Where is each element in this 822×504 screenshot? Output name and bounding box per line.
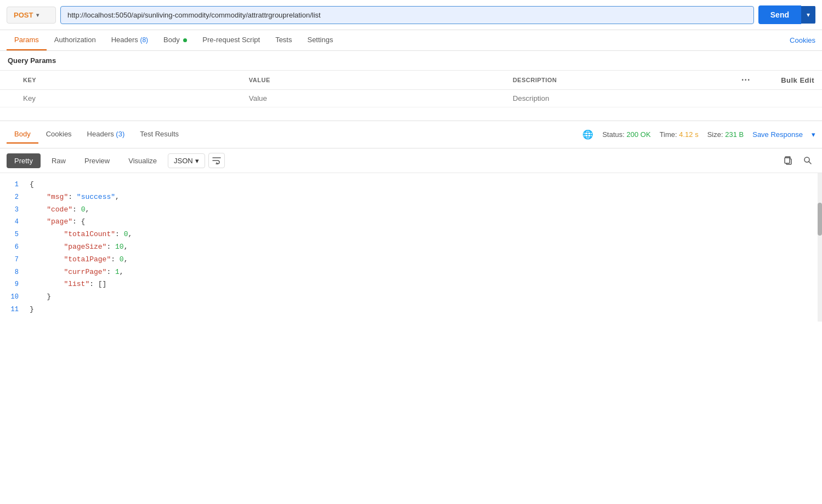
- description-input[interactable]: [513, 94, 726, 102]
- params-col-value: VALUE: [241, 71, 505, 90]
- scrollbar-track[interactable]: [818, 173, 822, 322]
- line-content: "page": {: [27, 216, 822, 228]
- line-content: {: [27, 179, 822, 191]
- response-meta: 🌐 Status: 200 OK Time: 4.12 s Size: 231 …: [582, 129, 815, 140]
- url-input[interactable]: [60, 6, 754, 24]
- params-table: KEY VALUE DESCRIPTION ··· Bulk Edit: [0, 70, 822, 107]
- response-section: Body Cookies Headers (3) Test Results 🌐 …: [0, 121, 822, 322]
- resp-tab-headers[interactable]: Headers (3): [80, 125, 133, 144]
- tab-tests[interactable]: Tests: [268, 30, 299, 50]
- json-line: 2 "msg": "success",: [0, 191, 822, 204]
- line-number: 3: [0, 205, 27, 215]
- params-col-description: DESCRIPTION: [505, 71, 734, 90]
- params-col-bulk: Bulk Edit: [773, 71, 822, 90]
- json-content: 1{2 "msg": "success",3 "code": 0,4 "page…: [0, 173, 822, 322]
- tab-body[interactable]: Body: [156, 30, 195, 50]
- line-number: 1: [0, 180, 27, 190]
- line-number: 6: [0, 242, 27, 253]
- json-line: 11}: [0, 303, 822, 316]
- line-content: "currPage": 1,: [27, 267, 822, 278]
- line-number: 11: [0, 305, 27, 315]
- row-value-cell: [241, 90, 505, 107]
- json-line: 1{: [0, 179, 822, 191]
- search-button[interactable]: [800, 153, 815, 168]
- line-number: 2: [0, 192, 27, 203]
- bulk-edit-button[interactable]: Bulk Edit: [781, 76, 814, 84]
- method-select[interactable]: POST ▾: [7, 7, 56, 24]
- query-params-label: Query Params: [0, 51, 822, 70]
- json-format-select[interactable]: JSON ▾: [168, 153, 205, 168]
- method-chevron-icon: ▾: [36, 12, 39, 18]
- line-number: 8: [0, 267, 27, 278]
- line-number: 7: [0, 255, 27, 265]
- send-button[interactable]: Send: [758, 5, 801, 24]
- line-number: 9: [0, 279, 27, 290]
- svg-rect-1: [785, 158, 790, 163]
- json-line: 7 "totalPage": 0,: [0, 254, 822, 266]
- row-desc-cell: [505, 90, 734, 107]
- bulk-edit-dots[interactable]: ···: [741, 75, 750, 84]
- params-col-check: [0, 71, 15, 90]
- key-input[interactable]: [23, 94, 234, 102]
- line-content: }: [27, 304, 822, 316]
- tab-params[interactable]: Params: [7, 30, 47, 50]
- tab-authorization[interactable]: Authorization: [47, 30, 104, 50]
- resp-tab-test-results[interactable]: Test Results: [132, 125, 186, 144]
- pretty-button[interactable]: Pretty: [7, 153, 41, 168]
- line-content: "totalPage": 0,: [27, 254, 822, 266]
- response-header: Body Cookies Headers (3) Test Results 🌐 …: [0, 121, 822, 148]
- json-line: 10 }: [0, 291, 822, 303]
- json-line: 4 "page": {: [0, 216, 822, 228]
- line-number: 10: [0, 292, 27, 302]
- search-icon: [803, 156, 812, 165]
- table-row: [0, 90, 822, 107]
- raw-button[interactable]: Raw: [44, 153, 73, 168]
- resp-tab-body[interactable]: Body: [7, 125, 38, 144]
- response-actions: [780, 153, 815, 168]
- wrap-icon: [212, 157, 221, 164]
- row-key-cell: [15, 90, 241, 107]
- copy-button[interactable]: [780, 153, 796, 168]
- tab-headers[interactable]: Headers (8): [104, 30, 156, 50]
- cookies-link[interactable]: Cookies: [790, 31, 815, 50]
- line-content: "code": 0,: [27, 204, 822, 216]
- save-response-button[interactable]: Save Response: [752, 130, 803, 139]
- tab-pre-request-script[interactable]: Pre-request Script: [195, 30, 268, 50]
- response-tabs: Body Cookies Headers (3) Test Results: [7, 125, 186, 144]
- globe-icon: 🌐: [582, 129, 593, 140]
- line-content: "list": []: [27, 279, 822, 290]
- json-line: 6 "pageSize": 10,: [0, 241, 822, 254]
- method-label: POST: [14, 11, 33, 19]
- line-content: "msg": "success",: [27, 192, 822, 203]
- json-line: 3 "code": 0,: [0, 204, 822, 216]
- tab-settings[interactable]: Settings: [299, 30, 341, 50]
- row-checkbox: [0, 90, 15, 107]
- send-dropdown-button[interactable]: ▾: [801, 6, 815, 24]
- params-col-key: KEY: [15, 71, 241, 90]
- line-content: "pageSize": 10,: [27, 242, 822, 253]
- request-tabs: Params Authorization Headers (8) Body Pr…: [0, 30, 822, 51]
- preview-button[interactable]: Preview: [77, 153, 117, 168]
- value-input[interactable]: [249, 94, 497, 102]
- wrap-button[interactable]: [208, 153, 225, 168]
- format-bar: Pretty Raw Preview Visualize JSON ▾: [0, 148, 822, 173]
- line-number: 5: [0, 230, 27, 240]
- json-content-wrapper: 1{2 "msg": "success",3 "code": 0,4 "page…: [0, 173, 822, 322]
- row-action-cell: [734, 90, 773, 107]
- line-number: 4: [0, 217, 27, 227]
- visualize-button[interactable]: Visualize: [121, 153, 165, 168]
- scrollbar-thumb[interactable]: [818, 203, 822, 236]
- json-line: 9 "list": []: [0, 278, 822, 291]
- resp-tab-cookies[interactable]: Cookies: [38, 125, 80, 144]
- row-extra-cell: [773, 90, 822, 107]
- line-content: "totalCount": 0,: [27, 229, 822, 240]
- json-line: 5 "totalCount": 0,: [0, 228, 822, 241]
- body-dot-indicator: [183, 38, 187, 42]
- top-bar: POST ▾ Send ▾: [0, 0, 822, 30]
- save-response-chevron-icon[interactable]: ▾: [812, 130, 815, 139]
- send-button-group: Send ▾: [758, 5, 815, 24]
- line-content: }: [27, 291, 822, 303]
- copy-icon: [784, 156, 792, 165]
- params-col-actions: ···: [734, 71, 773, 90]
- json-line: 8 "currPage": 1,: [0, 266, 822, 279]
